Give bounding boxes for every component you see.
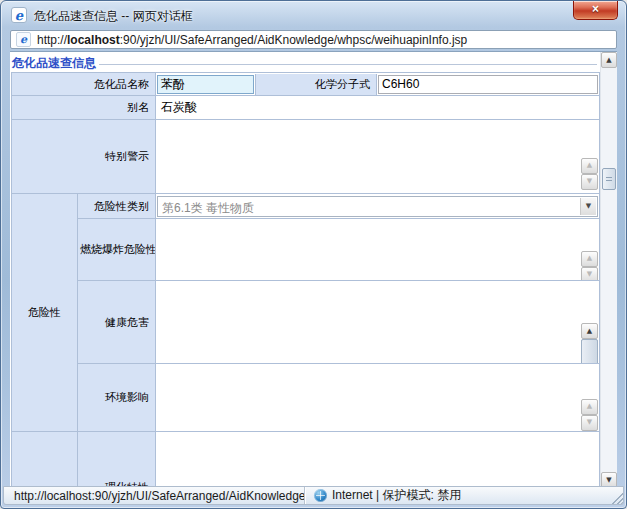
formula-input[interactable]: C6H60 — [378, 75, 598, 94]
table-row: 燃烧爆炸危险性 可燃 ▲ ▼ — [12, 219, 600, 281]
table-row: 环境影响 在很低的浓度下就能对水生生物造成危害 在土壤中，只要2-5天时间就可完… — [12, 364, 600, 432]
form-page: 危化品速查信息 危化品名称 苯酚 化学分子式 — [10, 52, 600, 488]
hazard-class-label: 危险性类别 — [78, 194, 156, 219]
scroll-down-icon: ▼ — [587, 178, 592, 185]
resize-grip[interactable] — [609, 490, 623, 504]
hazard-class-cell: 第6.1类 毒性物质 ▼ — [156, 194, 600, 219]
scroll-down-icon: ▼ — [606, 477, 611, 484]
scroll-down-icon: ▼ — [587, 419, 592, 426]
section-title: 危化品速查信息 — [12, 55, 96, 72]
health-label: 健康危害 — [78, 281, 156, 364]
alias-value: 石炭酸 — [156, 96, 600, 120]
scrollbar-thumb[interactable] — [602, 168, 616, 190]
thumb-grip-icon — [606, 177, 612, 183]
physchem-cell: 无色或白色晶体，有特殊气味。在空气中及光线作用下变为粉红色甚至红色。室温下微溶于… — [156, 432, 600, 489]
name-formula-cell: 苯酚 化学分子式 C6H60 — [156, 73, 600, 96]
table-row: 危化品名称 苯酚 化学分子式 C6H60 — [12, 73, 600, 96]
scroll-down-button[interactable]: ▼ — [581, 415, 598, 431]
page-favicon-icon: e — [16, 32, 31, 47]
scroll-up-button[interactable]: ▲ — [581, 323, 598, 339]
url-prefix: http:// — [37, 33, 67, 47]
warning-cell: 有毒，对皮肤、黏膜有强烈的腐蚀作用 皮肤接触，首先用大量清水冲洗至少15min，… — [156, 120, 600, 194]
scroll-up-icon: ▲ — [587, 162, 592, 169]
hazard-class-value: 第6.1类 毒性物质 — [162, 200, 254, 217]
title-bar: e 危化品速查信息 -- 网页对话框 × — [1, 1, 626, 29]
section-header: 危化品速查信息 — [12, 56, 597, 71]
security-zone-text: Internet | 保护模式: 禁用 — [332, 487, 461, 504]
environment-label: 环境影响 — [78, 364, 156, 432]
scroll-down-icon: ▼ — [587, 271, 592, 278]
address-url: http://localhost:90/yjzh/UI/SafeArranged… — [37, 33, 467, 47]
explosion-label: 燃烧爆炸危险性 — [78, 219, 156, 281]
url-host: localhost — [67, 33, 120, 47]
address-input[interactable]: e http://localhost:90/yjzh/UI/SafeArrang… — [10, 30, 617, 49]
formula-label: 化学分子式 — [255, 74, 377, 95]
chemical-name-label: 危化品名称 — [12, 73, 156, 96]
empty-group-cell — [12, 432, 78, 489]
scrollbar-track[interactable] — [601, 68, 617, 472]
scroll-up-button[interactable]: ▲ — [601, 52, 617, 68]
scroll-up-icon: ▲ — [587, 403, 592, 410]
scroll-up-icon: ▲ — [606, 57, 611, 64]
chevron-down-icon: ▼ — [586, 203, 591, 210]
scroll-down-button[interactable]: ▼ — [581, 174, 598, 190]
scroll-down-button[interactable]: ▼ — [581, 267, 598, 281]
table-row: 理化特性 无色或白色晶体，有特殊气味。在空气中及光线作用下变为粉红色甚至红色。室… — [12, 432, 600, 489]
environment-text: 在很低的浓度下就能对水生生物造成危害 在土壤中，只要2-5天时间就可完全降解 2… — [157, 399, 580, 401]
environment-cell: 在很低的浓度下就能对水生生物造成危害 在土壤中，只要2-5天时间就可完全降解 2… — [156, 364, 600, 432]
scroll-up-button[interactable]: ▲ — [581, 158, 598, 174]
url-path: :90/yjzh/UI/SafeArranged/AidKnowledge/wh… — [120, 33, 468, 47]
status-divider — [304, 487, 305, 504]
warning-text: 有毒，对皮肤、黏膜有强烈的腐蚀作用 皮肤接触，首先用大量清水冲洗至少15min，… — [157, 158, 580, 160]
ie-logo-glyph: e — [20, 33, 27, 46]
explosion-cell: 可燃 ▲ ▼ — [156, 219, 600, 281]
address-bar: e http://localhost:90/yjzh/UI/SafeArrang… — [10, 29, 617, 51]
hazard-class-select[interactable]: 第6.1类 毒性物质 ▼ — [157, 196, 598, 217]
scroll-up-button[interactable]: ▲ — [581, 251, 598, 267]
internet-zone-icon — [314, 489, 327, 502]
table-row: 特别警示 有毒，对皮肤、黏膜有强烈的腐蚀作用 皮肤接触，首先用大量清水冲洗至少1… — [12, 120, 600, 194]
formula-input-wrap: C6H60 — [377, 74, 599, 95]
table-row: 别名 石炭酸 — [12, 96, 600, 120]
name-input-wrap: 苯酚 — [156, 74, 255, 95]
ie-icon: e — [11, 7, 27, 23]
dropdown-button[interactable]: ▼ — [580, 198, 596, 215]
scroll-up-icon: ▲ — [587, 255, 592, 262]
hazard-group-label: 危险性 — [12, 194, 78, 432]
dialog-window: e 危化品速查信息 -- 网页对话框 × e http://localhost:… — [0, 0, 627, 509]
close-button[interactable]: × — [573, 1, 618, 20]
health-text: 急性毒性：大鼠经LD50317mg／kg；兔经皮LD50。630mg/kg；大鼠… — [157, 323, 580, 325]
scroll-up-button[interactable]: ▲ — [581, 399, 598, 415]
chemical-info-table: 危化品名称 苯酚 化学分子式 C6H60 — [11, 72, 600, 488]
close-icon: × — [592, 2, 599, 16]
explosion-text: 可燃 — [157, 251, 580, 253]
status-bar: http://localhost:90/yjzh/UI/SafeArranged… — [3, 486, 624, 505]
warning-label: 特别警示 — [12, 120, 156, 194]
ie-logo-glyph: e — [15, 9, 23, 22]
chemical-name-input[interactable]: 苯酚 — [157, 75, 254, 94]
health-cell: 急性毒性：大鼠经LD50317mg／kg；兔经皮LD50。630mg/kg；大鼠… — [156, 281, 600, 364]
page-scrollbar[interactable]: ▲ ▼ — [600, 52, 617, 488]
physchem-label: 理化特性 — [78, 432, 156, 489]
table-row: 健康危害 急性毒性：大鼠经LD50317mg／kg；兔经皮LD50。630mg/… — [12, 281, 600, 364]
scrollbar-thumb[interactable] — [581, 339, 598, 364]
status-url: http://localhost:90/yjzh/UI/SafeArranged… — [4, 489, 304, 503]
section-divider — [99, 64, 597, 65]
scroll-up-icon: ▲ — [587, 328, 592, 335]
alias-label: 别名 — [12, 96, 156, 120]
window-title: 危化品速查信息 -- 网页对话框 — [34, 8, 193, 25]
table-row: 危险性 危险性类别 第6.1类 毒性物质 ▼ — [12, 194, 600, 219]
page-content-area: 危化品速查信息 危化品名称 苯酚 化学分子式 — [10, 51, 617, 488]
